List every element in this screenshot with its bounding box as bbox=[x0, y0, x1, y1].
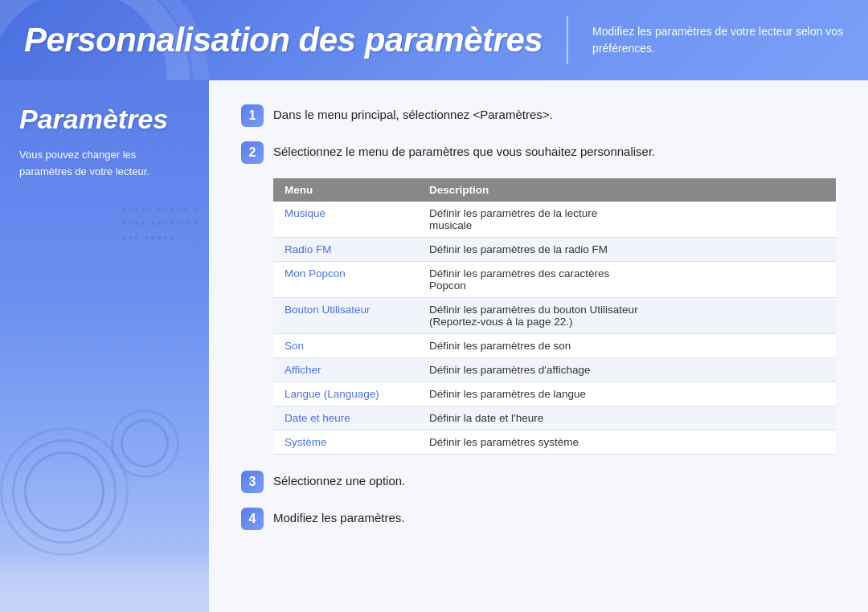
desc-date-heure: Définir la date et l'heure bbox=[418, 406, 836, 430]
desc-bouton-utilisateur: Définir les paramètres du bouton Utilisa… bbox=[418, 298, 836, 334]
menu-item-afficher: Afficher bbox=[285, 364, 321, 376]
page-header: Personnalisation des paramètres Modifiez… bbox=[0, 0, 868, 80]
step-text-2: Sélectionnez le menu de paramètres que v… bbox=[273, 141, 655, 158]
desc-langue: Définir les paramètres de langue bbox=[418, 382, 836, 406]
step-3: 3 Sélectionnez une option. bbox=[241, 471, 836, 493]
deco-circle-3 bbox=[0, 427, 129, 556]
main-layout: Paramètres Vous pouvez changer lesparamè… bbox=[0, 80, 868, 612]
menu-item-langue: Langue (Language) bbox=[285, 388, 379, 400]
content-area: 1 Dans le menu principal, sélectionnez <… bbox=[209, 80, 868, 612]
page-title: Personnalisation des paramètres bbox=[24, 21, 542, 59]
menu-item-date-heure: Date et heure bbox=[285, 412, 350, 424]
desc-systeme: Définir les paramètres système bbox=[418, 430, 836, 455]
step-number-2: 2 bbox=[241, 141, 264, 164]
menu-item-radio-fm: Radio FM bbox=[285, 243, 332, 255]
table-header-description: Description bbox=[418, 178, 836, 202]
step-2: 2 Sélectionnez le menu de paramètres que… bbox=[241, 141, 836, 164]
step-4: 4 Modifiez les paramètres. bbox=[241, 508, 836, 530]
step-1: 1 Dans le menu principal, sélectionnez <… bbox=[241, 104, 836, 127]
deco-circle-5 bbox=[111, 410, 179, 478]
desc-son: Définir les paramètres de son bbox=[418, 334, 836, 358]
menu-item-mon-popcon: Mon Popcon bbox=[285, 267, 346, 279]
table-row: Système Définir les paramètres système bbox=[273, 430, 836, 455]
step-text-3: Sélectionnez une option. bbox=[273, 471, 405, 488]
sidebar: Paramètres Vous pouvez changer lesparamè… bbox=[0, 80, 209, 612]
desc-afficher: Définir les paramètres d'affichage bbox=[418, 358, 836, 382]
sidebar-gradient bbox=[0, 564, 209, 612]
table-row: Langue (Language) Définir les paramètres… bbox=[273, 382, 836, 406]
step-number-4: 4 bbox=[241, 508, 264, 530]
table-row: Musique Définir les paramètres de la lec… bbox=[273, 202, 836, 238]
menu-item-systeme: Système bbox=[285, 436, 327, 448]
menu-item-son: Son bbox=[285, 340, 304, 352]
header-subtitle: Modifiez les paramètres de votre lecteur… bbox=[592, 23, 843, 57]
dot-pattern bbox=[121, 201, 201, 265]
table-row: Date et heure Définir la date et l'heure bbox=[273, 406, 836, 430]
step-number-1: 1 bbox=[241, 104, 264, 127]
decorative-gears bbox=[16, 403, 193, 580]
sidebar-title: Paramètres bbox=[19, 104, 190, 134]
step-number-3: 3 bbox=[241, 471, 264, 493]
table-row: Mon Popcon Définir les paramètres des ca… bbox=[273, 262, 836, 298]
table-row: Radio FM Définir les paramètres de la ra… bbox=[273, 238, 836, 262]
step-text-1: Dans le menu principal, sélectionnez <Pa… bbox=[273, 104, 553, 121]
table-row: Bouton Utilisateur Définir les paramètre… bbox=[273, 298, 836, 334]
sidebar-description: Vous pouvez changer lesparamètres de vot… bbox=[19, 147, 190, 181]
table-row: Son Définir les paramètres de son bbox=[273, 334, 836, 358]
step-text-4: Modifiez les paramètres. bbox=[273, 508, 404, 524]
header-divider bbox=[567, 16, 568, 64]
desc-radio-fm: Définir les paramètres de la radio FM bbox=[418, 238, 836, 262]
menu-item-musique: Musique bbox=[285, 207, 326, 219]
table-header-menu: Menu bbox=[273, 178, 418, 202]
desc-mon-popcon: Définir les paramètres des caractèresPop… bbox=[418, 262, 836, 298]
menu-item-bouton-utilisateur: Bouton Utilisateur bbox=[285, 304, 371, 316]
table-row: Afficher Définir les paramètres d'affich… bbox=[273, 358, 836, 382]
desc-musique: Définir les paramètres de la lecturemusi… bbox=[418, 202, 836, 238]
params-table: Menu Description Musique Définir les par… bbox=[273, 178, 836, 455]
